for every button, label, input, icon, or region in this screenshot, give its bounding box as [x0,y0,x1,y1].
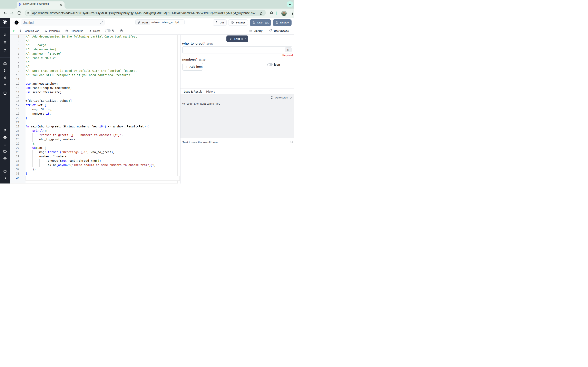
svg-text:R: R [16,21,17,24]
